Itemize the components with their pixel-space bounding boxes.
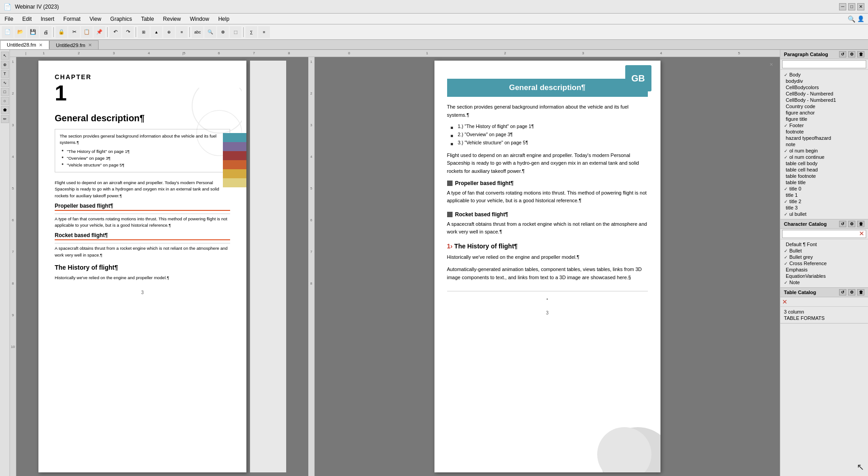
- align-button[interactable]: ≡: [258, 26, 270, 38]
- para-item-cellbody-numbered1[interactable]: CellBody - Numbered1: [780, 97, 868, 103]
- table-delete-btn[interactable]: 🗑: [857, 289, 864, 295]
- menu-table[interactable]: Table: [137, 14, 159, 24]
- side-tool-3[interactable]: T: [1, 70, 9, 78]
- right-page: GB General description¶ The section prov…: [434, 61, 660, 472]
- para-item-figure-anchor[interactable]: figure anchor: [780, 109, 868, 116]
- spell-check-button[interactable]: abc: [192, 26, 203, 38]
- para-item-footer[interactable]: ✓Footer: [780, 122, 868, 129]
- find-button[interactable]: 🔍: [204, 26, 216, 38]
- char-item-default[interactable]: Default ¶ Font: [780, 241, 868, 248]
- copy-button[interactable]: 📋: [81, 26, 93, 38]
- insert-var-button[interactable]: ≡: [176, 26, 188, 38]
- para-item-title0[interactable]: ✓title 0: [780, 186, 868, 192]
- para-item-ol-begin[interactable]: ✓ol num begin: [780, 148, 868, 154]
- insert-graphic-button[interactable]: ▲: [151, 26, 162, 38]
- close-button[interactable]: ✕: [857, 3, 864, 10]
- side-tool-7[interactable]: ⬟: [1, 106, 9, 114]
- char-clear-icon[interactable]: ✕: [859, 230, 864, 237]
- char-settings-btn[interactable]: ⚙: [848, 221, 855, 227]
- char-item-note[interactable]: ✓Note: [780, 279, 868, 286]
- char-item-bullet-grey[interactable]: ✓Bullet grey: [780, 254, 868, 260]
- para-item-body[interactable]: ✓Body: [780, 71, 868, 78]
- table-clear-icon[interactable]: ✕: [782, 298, 788, 305]
- side-tool-4[interactable]: ∿: [1, 79, 9, 87]
- side-tool-8[interactable]: ✏: [1, 115, 9, 123]
- search-icon[interactable]: 🔍: [848, 15, 855, 23]
- table-item-3col[interactable]: 3 column: [780, 309, 868, 315]
- char-delete-btn[interactable]: 🗑: [857, 221, 864, 227]
- side-tool-1[interactable]: ↖: [1, 52, 9, 60]
- right-body-2: A type of fan that converts rotating mot…: [447, 189, 648, 205]
- para-item-note[interactable]: note: [780, 141, 868, 148]
- char-item-emphasis[interactable]: Emphasis: [780, 267, 868, 273]
- char-item-bullet[interactable]: ✓Bullet: [780, 248, 868, 254]
- tab-untitled28-close[interactable]: ✕: [39, 43, 42, 48]
- para-item-hazard[interactable]: hazard typeofhazard: [780, 135, 868, 141]
- redo-button[interactable]: ↷: [122, 26, 134, 38]
- cut-button[interactable]: ✂: [68, 26, 80, 38]
- menu-view[interactable]: View: [85, 14, 106, 24]
- side-tool-2[interactable]: ⊕: [1, 61, 9, 69]
- para-item-cellbodycolors[interactable]: CellBodycolors: [780, 84, 868, 90]
- para-settings-btn[interactable]: ⚙: [848, 51, 855, 57]
- side-tool-6[interactable]: ○: [1, 97, 9, 105]
- tab-untitled29[interactable]: Untitled29.fm ✕: [49, 40, 99, 49]
- insert-xref-button[interactable]: ⊕: [163, 26, 175, 38]
- menu-insert[interactable]: Insert: [36, 14, 59, 24]
- para-item-figure-title[interactable]: figure title: [780, 116, 868, 122]
- para-item-footnote[interactable]: footnote: [780, 129, 868, 135]
- right-page-scroll[interactable]: GB General description¶ The section prov…: [315, 57, 780, 476]
- tab-untitled28[interactable]: Untitled28.fm ✕: [0, 40, 49, 49]
- titlebar-controls[interactable]: ─ □ ✕: [839, 3, 864, 10]
- para-item-table-cell-body[interactable]: table cell body: [780, 160, 868, 167]
- side-tool-5[interactable]: □: [1, 88, 9, 96]
- para-item-table-title[interactable]: table title: [780, 179, 868, 186]
- table-settings-btn[interactable]: ⚙: [848, 289, 855, 295]
- menu-help[interactable]: Help: [214, 14, 234, 24]
- para-refresh-btn[interactable]: ↺: [839, 51, 846, 57]
- menu-format[interactable]: Format: [59, 14, 85, 24]
- right-ruler-4: 4: [622, 51, 700, 55]
- equation-button[interactable]: ∑: [245, 26, 257, 38]
- char-item-eq-vars[interactable]: EquationVariables: [780, 273, 868, 279]
- tab-untitled29-close[interactable]: ✕: [88, 43, 92, 48]
- para-item-bodydiv[interactable]: bodydiv: [780, 78, 868, 84]
- menu-window[interactable]: Window: [185, 14, 214, 24]
- para-item-table-cell-head[interactable]: table cell head: [780, 167, 868, 173]
- para-delete-btn[interactable]: 🗑: [857, 51, 864, 57]
- left-page-scroll[interactable]: CHAPTER 1 General description¶ The secti…: [16, 57, 308, 476]
- para-search-input[interactable]: [782, 60, 866, 68]
- para-item-country-code[interactable]: Country code: [780, 103, 868, 109]
- print-button[interactable]: 🖨: [40, 26, 52, 38]
- para-item-ol-continue[interactable]: ✓ol num continue: [780, 154, 868, 160]
- table-item-formats[interactable]: TABLE FORMATS: [780, 315, 868, 321]
- lock-button[interactable]: 🔒: [56, 26, 67, 38]
- minimize-button[interactable]: ─: [839, 3, 846, 10]
- menu-graphics[interactable]: Graphics: [106, 14, 137, 24]
- maximize-button[interactable]: □: [848, 3, 855, 10]
- save-button[interactable]: 💾: [27, 26, 39, 38]
- para-item-title1[interactable]: title 1: [780, 192, 868, 198]
- char-item-cross-ref[interactable]: ✓Cross Reference: [780, 260, 868, 267]
- insert-table-button[interactable]: ⊞: [138, 26, 150, 38]
- menu-file[interactable]: File: [0, 14, 18, 24]
- menu-edit[interactable]: Edit: [18, 14, 36, 24]
- para-item-cellbody-numbered[interactable]: CellBody - Numbered: [780, 90, 868, 97]
- char-refresh-btn[interactable]: ↺: [839, 221, 846, 227]
- open-button[interactable]: 📂: [14, 26, 26, 38]
- borders-button[interactable]: ⬚: [230, 26, 241, 38]
- menu-review[interactable]: Review: [159, 14, 185, 24]
- side-toolbar: ↖ ⊕ T ∿ □ ○ ⬟ ✏: [0, 50, 10, 476]
- para-item-title3[interactable]: title 3: [780, 205, 868, 211]
- zoom-button[interactable]: ⊕: [217, 26, 229, 38]
- para-item-ul-bullet[interactable]: ✓ul bullet: [780, 211, 868, 217]
- para-search-clear[interactable]: ✕: [769, 62, 773, 67]
- char-search-input[interactable]: [782, 230, 866, 238]
- para-item-title2[interactable]: ✓title 2: [780, 198, 868, 205]
- footer-dot: •: [547, 297, 548, 301]
- paste-button[interactable]: 📌: [94, 26, 105, 38]
- undo-button[interactable]: ↶: [109, 26, 121, 38]
- para-item-table-footnote[interactable]: table footnote: [780, 173, 868, 179]
- table-refresh-btn[interactable]: ↺: [839, 289, 846, 295]
- new-button[interactable]: 📄: [2, 26, 14, 38]
